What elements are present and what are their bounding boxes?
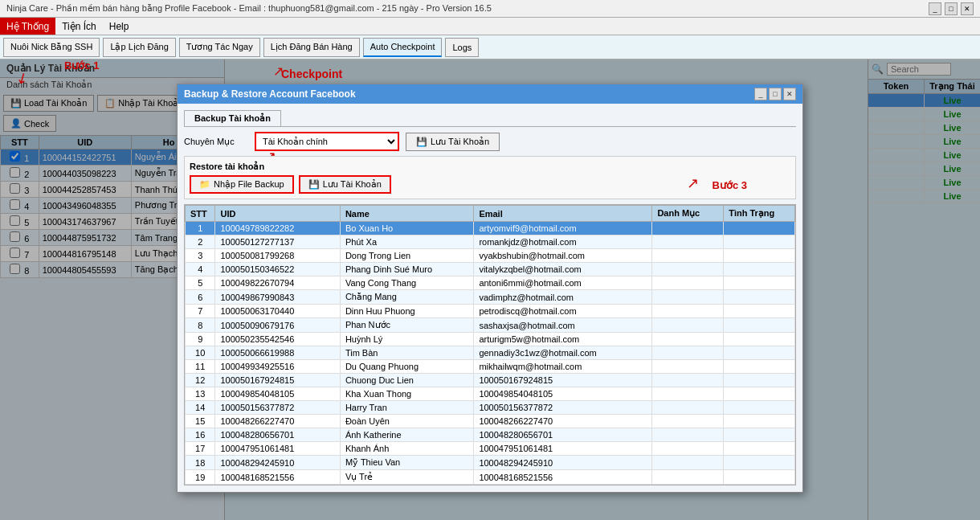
modal-cell-tinhtrang [724,415,795,428]
modal-table-row[interactable]: 10 100050066619988 Tim Bàn gennadiy3c1wz… [186,346,795,360]
app-title: Ninja Care - Phần mềm bán hàng bằng Prof… [6,3,492,14]
modal-table-row[interactable]: 12 100050167924815 Chuong Duc Lien 10005… [186,374,795,387]
modal-table-row[interactable]: 14 100050156377872 Harry Tran 1000501563… [186,401,795,415]
modal-cell-uid: 100050156377872 [215,401,340,415]
modal-title-bar: Backup & Restore Account Facebook _ □ ✕ [178,84,802,104]
modal-table-row[interactable]: 1 100049789822282 Bo Xuan Ho artyomvif9@… [186,222,795,235]
modal-cell-uid: 100049934925516 [215,360,340,374]
modal-col-stt: STT [186,206,215,222]
modal-cell-tinhtrang [724,442,795,456]
modal-cell-uid: 100048266227470 [215,415,340,428]
modal-col-uid: UID [215,206,340,222]
restore-section: Restore tài khoản 📁 Nhập File Backup 💾 L… [184,156,796,199]
modal-cell-danhmuc [652,374,724,387]
modal-cell-email: 100048294245910 [474,456,652,470]
modal-cell-email: 100049854048105 [474,387,652,401]
tab-tuong-tac[interactable]: Tương Tác Ngay [179,38,260,57]
modal-cell-danhmuc [652,235,724,249]
modal-close-btn[interactable]: ✕ [783,88,796,100]
modal-cell-email: 100047951061481 [474,442,652,456]
luu-tk-top-btn[interactable]: 💾 Lưu Tài Khoản [406,133,500,151]
tab-logs[interactable]: Logs [445,38,479,57]
modal-table-row[interactable]: 15 100048266227470 Đoàn Uyên 10004826622… [186,415,795,428]
modal-table-row[interactable]: 6 100049867990843 Chằng Mang vadimphz@ho… [186,290,795,305]
modal-table-row[interactable]: 7 100050063170440 Dinn Huu Phuong petrod… [186,305,795,318]
menu-tien-ich[interactable]: Tiện Ích [55,18,103,35]
modal-maximize-btn[interactable]: □ [769,88,782,100]
modal-cell-name: Dong Trong Lien [340,249,474,263]
modal-table-row[interactable]: 16 100048280656701 Ánh Katherine 1000482… [186,428,795,442]
modal-cell-tinhtrang [724,305,795,318]
restore-actions: 📁 Nhập File Backup 💾 Lưu Tài Khoản [190,175,790,194]
modal-cell-stt: 2 [186,235,215,249]
modal-table-wrap: STT UID Name Email Danh Mục Tình Trạng 1… [184,204,796,485]
modal-cell-name: Chằng Mang [340,290,474,305]
modal-cell-email: romankjdz@hotmail.com [474,235,652,249]
modal-cell-email: 100048168521556 [474,470,652,485]
modal-cell-email: vadimphz@hotmail.com [474,290,652,305]
modal-cell-danhmuc [652,456,724,470]
modal-cell-name: Phút Xa [340,235,474,249]
modal-cell-name: Phang Dinh Sué Muro [340,263,474,276]
tab-auto-checkpoint[interactable]: Auto Checkpoint [363,38,443,57]
luu-tk-restore-btn[interactable]: 💾 Lưu Tài Khoản [299,175,391,194]
modal-table-row[interactable]: 2 100050127277137 Phút Xa romankjdz@hotm… [186,235,795,249]
modal-cell-uid: 100050127277137 [215,235,340,249]
form-row-chuyen-muc: Chuyên Mục Tài Khoản chính Tài Khoản phụ… [184,132,796,151]
modal-table-row[interactable]: 11 100049934925516 Du Quang Phuong mikha… [186,360,795,374]
modal-cell-tinhtrang [724,401,795,415]
modal-cell-tinhtrang [724,276,795,290]
modal-cell-uid: 100050090679176 [215,318,340,333]
modal-table-row[interactable]: 17 100047951061481 Khanh Ánh 10004795106… [186,442,795,456]
modal-cell-email: 100048280656701 [474,428,652,442]
modal-cell-stt: 11 [186,360,215,374]
close-btn[interactable]: ✕ [961,2,974,15]
modal-cell-tinhtrang [724,374,795,387]
modal-cell-danhmuc [652,401,724,415]
modal-cell-stt: 18 [186,456,215,470]
restore-title: Restore tài khoản [190,162,790,172]
modal-cell-email: 100048266227470 [474,415,652,428]
modal-cell-stt: 15 [186,415,215,428]
chuyen-muc-select[interactable]: Tài Khoản chính Tài Khoản phụ [255,132,399,151]
modal-table-row[interactable]: 18 100048294245910 Mỹ Thieu Van 10004829… [186,456,795,470]
modal-cell-danhmuc [652,428,724,442]
modal-cell-uid: 100050235542546 [215,333,340,346]
tab-lich-dang[interactable]: Lịch Đăng Bán Hàng [263,38,360,57]
modal-table-row[interactable]: 19 100048168521556 Vụ Trẻ 10004816852155… [186,470,795,485]
modal-cell-email: antoni6mmi@hotmail.com [474,276,652,290]
minimize-btn[interactable]: _ [929,2,941,15]
modal-cell-uid: 100050150346522 [215,263,340,276]
nhap-file-btn[interactable]: 📁 Nhập File Backup [190,175,294,194]
tab-nuoi-nick[interactable]: Nuôi Nick Bằng SSH [3,38,100,57]
tab-lap-lich[interactable]: Lập Lịch Đăng [103,38,175,57]
menu-bar: Hệ Thống Tiện Ích Help [0,18,980,35]
modal-cell-danhmuc [652,290,724,305]
modal-tab-backup[interactable]: Backup Tài khoản [184,110,281,126]
form-label-chuyen-muc: Chuyên Mục [184,137,248,147]
modal-table-row[interactable]: 5 100049822670794 Vang Cong Thang antoni… [186,276,795,290]
modal-cell-tinhtrang [724,456,795,470]
modal-table-row[interactable]: 4 100050150346522 Phang Dinh Sué Muro vi… [186,263,795,276]
modal-cell-uid: 100049822670794 [215,276,340,290]
title-bar-controls: _ □ ✕ [929,2,974,15]
modal-cell-tinhtrang [724,387,795,401]
modal-table-row[interactable]: 9 100050235542546 Huỳnh Lý arturigm5w@ho… [186,333,795,346]
modal-table-row[interactable]: 8 100050090679176 Phan Nước sashaxjsa@ho… [186,318,795,333]
modal-overlay: Backup & Restore Account Facebook _ □ ✕ … [0,59,980,520]
modal-cell-danhmuc [652,263,724,276]
maximize-btn[interactable]: □ [945,2,958,15]
modal-table-row[interactable]: 3 100050081799268 Dong Trong Lien vyakbs… [186,249,795,263]
menu-help[interactable]: Help [103,18,136,35]
modal-cell-email: vitalykzqbel@hotmail.com [474,263,652,276]
modal-table-row[interactable]: 13 100049854048105 Kha Xuan Thong 100049… [186,387,795,401]
modal-cell-name: Vang Cong Thang [340,276,474,290]
modal-cell-uid: 100050081799268 [215,249,340,263]
modal-minimize-btn[interactable]: _ [754,88,767,100]
modal-cell-danhmuc [652,442,724,456]
modal-cell-stt: 8 [186,318,215,333]
modal-cell-stt: 3 [186,249,215,263]
menu-he-thong[interactable]: Hệ Thống [0,18,55,35]
modal-cell-danhmuc [652,360,724,374]
modal-cell-stt: 17 [186,442,215,456]
